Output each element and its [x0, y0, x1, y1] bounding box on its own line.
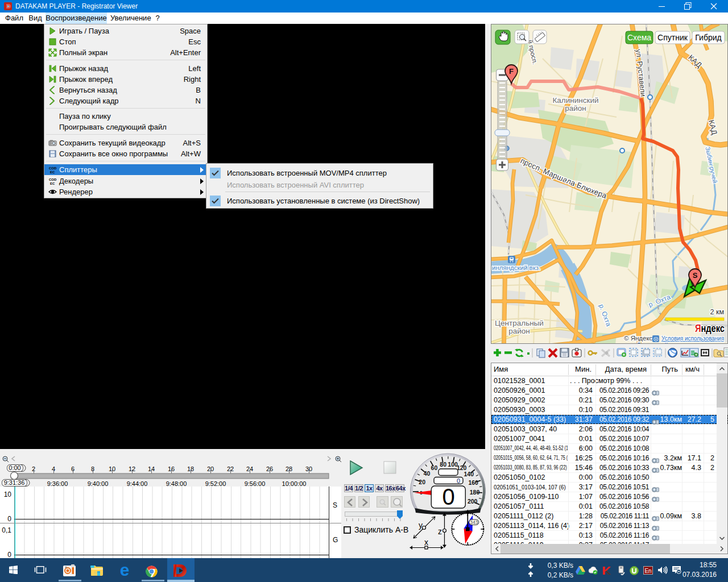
svg-text:F: F — [509, 67, 514, 76]
svg-text:200: 200 — [468, 498, 478, 505]
svg-text:9:31:36: 9:31:36 — [4, 479, 25, 486]
svg-text:район: район — [508, 327, 530, 335]
svg-text:9:44:00: 9:44:00 — [127, 480, 148, 487]
svg-text:0: 0 — [442, 484, 454, 509]
svg-text:9:36:00: 9:36:00 — [47, 480, 68, 487]
svg-text:0:00: 0:00 — [9, 464, 20, 471]
svg-text:Яндекс: Яндекс — [695, 322, 725, 334]
svg-text:инляндский вкз.: инляндский вкз. — [492, 264, 540, 271]
svg-text:S: S — [333, 501, 337, 509]
svg-text:район: район — [565, 104, 586, 113]
svg-text:EC: EC — [50, 171, 55, 174]
svg-text:2 км: 2 км — [710, 308, 725, 316]
svg-text:S: S — [693, 271, 698, 280]
svg-text:Спутник: Спутник — [657, 33, 688, 42]
svg-text:9:56:00: 9:56:00 — [245, 480, 266, 487]
svg-text:Схема: Схема — [627, 33, 651, 42]
svg-text:z: z — [438, 527, 442, 536]
svg-text:x: x — [424, 538, 428, 547]
svg-text:160: 160 — [468, 479, 478, 486]
svg-text:EC: EC — [50, 182, 55, 185]
svg-text:0,1: 0,1 — [2, 526, 11, 534]
svg-text:Гибрид: Гибрид — [695, 33, 721, 42]
svg-text:10:00:00: 10:00:00 — [282, 480, 307, 487]
svg-text:343: 343 — [470, 519, 478, 525]
svg-text:COD: COD — [49, 167, 57, 170]
svg-text:9:40:00: 9:40:00 — [88, 480, 109, 487]
svg-text:0: 0 — [7, 515, 11, 523]
svg-text:9:48:00: 9:48:00 — [166, 480, 187, 487]
svg-text:60: 60 — [431, 464, 438, 471]
svg-text:COD: COD — [49, 178, 57, 181]
svg-text:10: 10 — [4, 490, 12, 498]
svg-text:0: 0 — [457, 477, 460, 484]
svg-text:y: y — [419, 521, 423, 530]
svg-text:40: 40 — [424, 470, 431, 477]
svg-text:140: 140 — [464, 471, 474, 477]
svg-text:Центральный: Центральный — [495, 319, 544, 327]
svg-text:20: 20 — [419, 479, 425, 485]
svg-text:9:52:00: 9:52:00 — [205, 480, 226, 487]
svg-text:G: G — [333, 536, 338, 544]
svg-text:© Яндекс: © Яндекс — [624, 335, 653, 342]
svg-text:Калининский: Калининский — [553, 96, 599, 105]
svg-text:0: 0 — [7, 551, 11, 558]
svg-text:Условия использования: Условия использования — [661, 335, 724, 342]
svg-text:80: 80 — [440, 461, 446, 468]
svg-text:180: 180 — [470, 489, 480, 496]
